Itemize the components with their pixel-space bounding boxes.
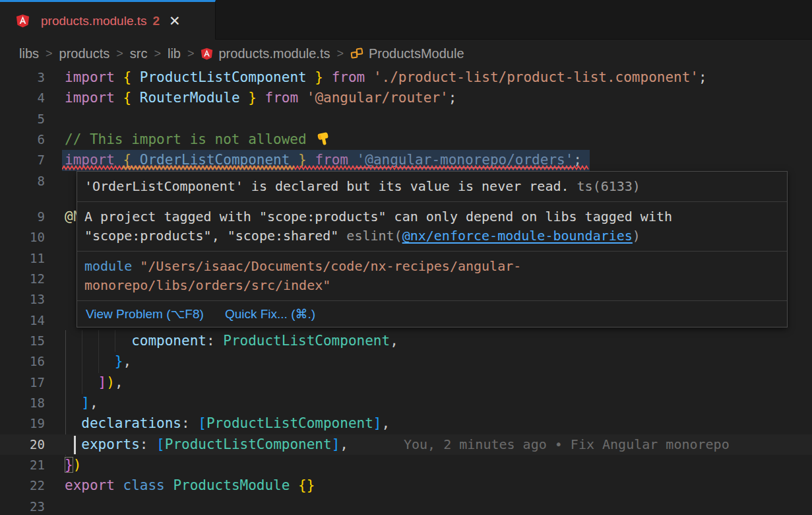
breadcrumb-src[interactable]: src [130, 46, 148, 61]
module-path-line1: "/Users/isaac/Documents/code/nx-recipes/… [132, 258, 521, 274]
line-text: export class ProductsModule {} [65, 475, 315, 496]
line-text: import { ProductListComponent } from './… [65, 67, 707, 88]
angular-icon [201, 48, 213, 60]
code-line-18[interactable]: 18 ], [0, 393, 812, 413]
angular-icon [16, 14, 30, 28]
quick-fix-link[interactable]: Quick Fix... (⌘.) [225, 306, 315, 322]
breadcrumb-libs[interactable]: libs [19, 46, 39, 61]
line-number: 12 [0, 269, 45, 289]
line-text: }, [65, 351, 131, 372]
breadcrumb-separator: > [187, 47, 195, 61]
breadcrumb-products[interactable]: products [59, 46, 110, 61]
breadcrumb-separator: > [336, 47, 344, 61]
breadcrumb: libs > products > src > lib > products.m… [0, 40, 812, 67]
line-number: 15 [0, 331, 45, 351]
warning-squiggle [122, 165, 295, 170]
ts-error-section: 'OrderListComponent' is declared but its… [77, 172, 787, 201]
line-text: // This import is not allowed [65, 129, 331, 150]
ts-error-message: 'OrderListComponent' is declared but its… [84, 178, 569, 194]
ts-error-code: ts(6133) [569, 178, 640, 194]
line-number: 22 [0, 475, 45, 496]
line-number: 3 [0, 67, 45, 88]
line-number: 21 [0, 455, 45, 475]
view-problem-link[interactable]: View Problem (⌥F8) [86, 306, 204, 322]
eslint-source-prefix: eslint( [346, 228, 402, 244]
close-icon[interactable]: ✕ [169, 14, 181, 28]
line-number: 17 [0, 372, 45, 393]
line-number: 16 [0, 351, 45, 372]
line-text: }) [65, 455, 81, 475]
line-number: 8 [0, 171, 45, 191]
tab-problem-badge: 2 [153, 14, 160, 28]
line-text: ], [65, 393, 98, 413]
text-cursor [74, 436, 76, 454]
code-line-21[interactable]: 21}) [0, 455, 812, 475]
code-line-22[interactable]: 22export class ProductsModule {} [0, 475, 812, 496]
problem-hover-popup: 'OrderListComponent' is declared but its… [77, 171, 788, 327]
code-line-17[interactable]: 17 ]), [0, 372, 812, 393]
line-text: exports: [ProductListComponent], [65, 434, 348, 455]
tab-products-module[interactable]: products.module.ts 2 ✕ [0, 0, 216, 40]
breadcrumb-separator: > [154, 47, 161, 61]
code-line-23[interactable]: 23 [0, 497, 812, 515]
breadcrumb-separator: > [116, 47, 123, 61]
code-line-6[interactable]: 6// This import is not allowed [0, 129, 812, 150]
hover-actions: View Problem (⌥F8) Quick Fix... (⌘.) [77, 300, 787, 327]
pointing-down-icon [315, 130, 332, 148]
code-line-4[interactable]: 4import { RouterModule } from '@angular/… [0, 88, 812, 108]
eslint-message-line1: A project tagged with "scope:products" c… [84, 209, 672, 224]
code-line-15[interactable]: 15 component: ProductListComponent, [0, 331, 812, 351]
eslint-rule-link[interactable]: @nx/enforce-module-boundaries [402, 228, 633, 244]
code-line-19[interactable]: 19 declarations: [ProductListComponent], [0, 413, 812, 434]
line-text: ]), [65, 372, 123, 393]
line-number: 18 [0, 393, 45, 413]
tab-bar: products.module.ts 2 ✕ [0, 0, 812, 40]
line-number: 20 [0, 434, 45, 455]
line-number: 6 [0, 129, 45, 150]
line-number: 23 [0, 497, 45, 515]
code-line-16[interactable]: 16 }, [0, 351, 812, 372]
line-text: declarations: [ProductListComponent], [65, 413, 390, 434]
breadcrumb-lib[interactable]: lib [168, 46, 181, 61]
class-symbol-icon [350, 47, 363, 60]
module-keyword: module [84, 258, 132, 274]
code-line-20[interactable]: 20 exports: [ProductListComponent],You, … [0, 434, 812, 455]
line-text: import { RouterModule } from '@angular/r… [65, 88, 456, 108]
line-text: component: ProductListComponent, [65, 331, 398, 351]
line-number: 9 [0, 207, 45, 227]
code-line-5[interactable]: 5 [0, 109, 812, 129]
line-number: 14 [0, 310, 45, 331]
breadcrumb-file[interactable]: products.module.ts [218, 46, 330, 61]
eslint-source-suffix: ) [633, 228, 640, 244]
code-editor: 3import { ProductListComponent } from '.… [0, 0, 812, 515]
module-path-line2: monorepo/libs/orders/src/index" [84, 277, 330, 293]
module-path-section: module "/Users/isaac/Documents/code/nx-r… [77, 251, 787, 300]
code-line-3[interactable]: 3import { ProductListComponent } from '.… [0, 67, 812, 88]
git-blame-annotation: You, 2 minutes ago • Fix Angular monorep… [404, 434, 730, 455]
line-number: 7 [0, 150, 45, 170]
line-number: 11 [0, 248, 45, 269]
breadcrumb-separator: > [46, 47, 53, 61]
tab-title: products.module.ts [41, 14, 147, 28]
breadcrumb-symbol[interactable]: ProductsModule [369, 46, 464, 61]
eslint-error-section: A project tagged with "scope:products" c… [77, 201, 787, 251]
line-number: 5 [0, 109, 45, 129]
line-number: 19 [0, 413, 45, 434]
line-number: 10 [0, 227, 45, 248]
eslint-message-line2: "scope:products", "scope:shared" [84, 228, 346, 244]
line-number: 4 [0, 88, 45, 108]
line-number: 13 [0, 289, 45, 310]
